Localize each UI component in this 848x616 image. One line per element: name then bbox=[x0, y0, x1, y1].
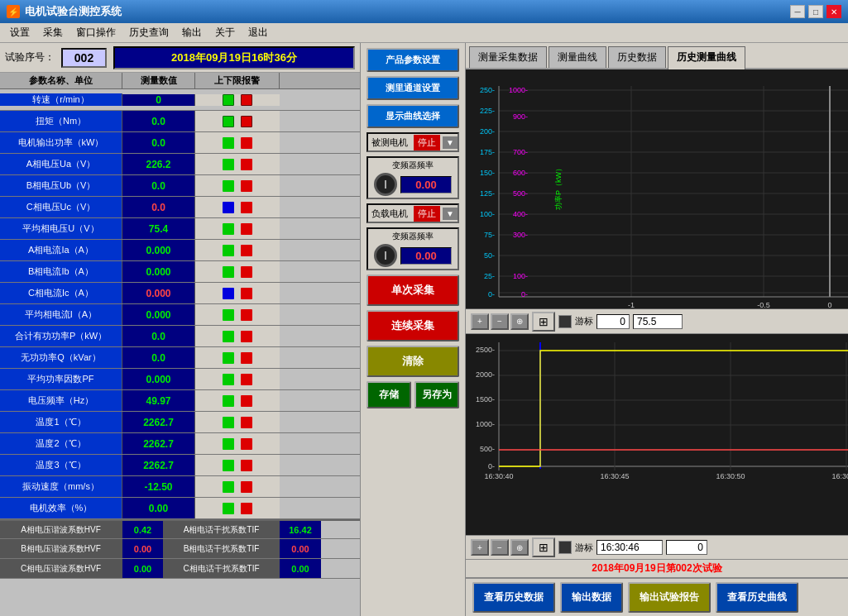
tested-motor-arrow[interactable]: ▼ bbox=[443, 136, 458, 149]
lower-crosshair-button[interactable]: ⊞ bbox=[532, 537, 555, 557]
svg-text:0-: 0- bbox=[488, 290, 495, 298]
menu-about[interactable]: 关于 bbox=[208, 24, 242, 41]
value-ic[interactable]: 0.000 bbox=[122, 283, 195, 303]
value-reactiveq[interactable]: 0.0 bbox=[122, 347, 195, 368]
label-temp1: 温度1（℃） bbox=[0, 412, 122, 432]
product-params-button[interactable]: 产品参数设置 bbox=[367, 48, 459, 72]
svg-text:300-: 300- bbox=[513, 231, 528, 239]
freq-dial-2[interactable] bbox=[374, 244, 397, 267]
cursor-plus-btn[interactable]: + bbox=[471, 313, 489, 330]
tab-bar: 测量采集数据 测量曲线 历史数据 历史测量曲线 bbox=[466, 43, 848, 69]
value-tif-a[interactable]: 16.42 bbox=[280, 521, 321, 538]
tested-motor-control: 被测电机 停止 ▼ bbox=[367, 132, 459, 152]
menu-collect[interactable]: 采集 bbox=[36, 24, 69, 41]
save-button[interactable]: 存储 bbox=[367, 381, 411, 408]
output-data-button[interactable]: 输出数据 bbox=[560, 582, 623, 613]
alarm-temp1 bbox=[195, 412, 280, 432]
tested-motor-label: 被测电机 bbox=[368, 136, 411, 149]
cursor-y-input[interactable] bbox=[633, 314, 683, 329]
output-report-button[interactable]: 输出试验报告 bbox=[628, 582, 711, 613]
datetime-display: 2018年09月19日16时36分 bbox=[113, 46, 355, 69]
minimize-button[interactable]: ─ bbox=[790, 5, 805, 18]
value-power[interactable]: 0.0 bbox=[122, 132, 195, 153]
label-iavg: 平均相电流I（A） bbox=[0, 304, 122, 325]
row-va: A相电压Ua（V） 226.2 bbox=[0, 154, 360, 175]
close-button[interactable]: ✕ bbox=[826, 5, 841, 18]
single-sample-button[interactable]: 单次采集 bbox=[367, 275, 459, 306]
tab-history-curve[interactable]: 历史测量曲线 bbox=[668, 46, 745, 69]
lower-cursor-btn1[interactable]: + bbox=[471, 539, 489, 556]
row-vibration: 振动速度（mm/s） -12.50 bbox=[0, 476, 360, 498]
maximize-button[interactable]: □ bbox=[808, 5, 823, 18]
value-vc[interactable]: 0.0 bbox=[122, 197, 195, 217]
value-speed[interactable]: 0 bbox=[122, 94, 195, 106]
svg-text:50-: 50- bbox=[484, 251, 495, 260]
lower-cursor-btn3[interactable]: ⊕ bbox=[510, 539, 529, 556]
svg-text:0-: 0- bbox=[488, 462, 495, 470]
lower-cursor-btn2[interactable]: − bbox=[491, 539, 509, 556]
lower-cursor-time[interactable] bbox=[596, 540, 663, 555]
clear-button[interactable]: 清除 bbox=[367, 346, 459, 377]
value-va[interactable]: 226.2 bbox=[122, 154, 195, 174]
value-temp1[interactable]: 2262.7 bbox=[122, 412, 195, 432]
view-history-data-button[interactable]: 查看历史数据 bbox=[472, 582, 555, 613]
value-ia[interactable]: 0.000 bbox=[122, 240, 195, 260]
crosshair-button[interactable]: ⊞ bbox=[532, 312, 555, 332]
value-tif-c[interactable]: 0.00 bbox=[280, 559, 321, 578]
cursor-minus-btn[interactable]: − bbox=[491, 313, 509, 330]
menu-exit[interactable]: 退出 bbox=[242, 24, 275, 41]
alarm-temp3 bbox=[195, 455, 280, 475]
svg-text:600-: 600- bbox=[513, 169, 528, 177]
load-motor-status: 停止 bbox=[414, 206, 440, 222]
menu-window[interactable]: 窗口操作 bbox=[69, 24, 122, 41]
value-ib[interactable]: 0.000 bbox=[122, 261, 195, 282]
tab-measure-data[interactable]: 测量采集数据 bbox=[469, 46, 547, 68]
value-activep[interactable]: 0.0 bbox=[122, 326, 195, 346]
tab-history-data[interactable]: 历史数据 bbox=[608, 46, 666, 68]
value-freq[interactable]: 49.97 bbox=[122, 390, 195, 411]
value-hvf-c[interactable]: 0.00 bbox=[122, 559, 164, 578]
value-temp2[interactable]: 2262.7 bbox=[122, 433, 195, 454]
value-vibration[interactable]: -12.50 bbox=[122, 476, 195, 497]
value-torque[interactable]: 0.0 bbox=[122, 111, 195, 131]
col-header-param: 参数名称、单位 bbox=[0, 73, 122, 88]
value-hvf-b[interactable]: 0.00 bbox=[122, 539, 164, 558]
seq-display[interactable]: 002 bbox=[61, 48, 107, 68]
alarm-freq bbox=[195, 390, 280, 411]
value-iavg[interactable]: 0.000 bbox=[122, 304, 195, 325]
lower-cursor-value[interactable] bbox=[666, 540, 707, 555]
tab-measure-curve[interactable]: 测量曲线 bbox=[549, 46, 606, 68]
col-header-value: 测量数值 bbox=[122, 73, 195, 88]
continuous-sample-button[interactable]: 连续采集 bbox=[367, 310, 459, 341]
freq-label-2: 变频器频率 bbox=[392, 231, 434, 242]
channel-set-button[interactable]: 测里通道设置 bbox=[367, 76, 459, 100]
value-efficiency[interactable]: 0.00 bbox=[122, 498, 195, 518]
row-torque: 扭矩（Nm） 0.0 bbox=[0, 111, 360, 132]
value-temp3[interactable]: 2262.7 bbox=[122, 455, 195, 475]
lower-cursor-label: 游标 bbox=[575, 542, 593, 554]
value-vavg[interactable]: 75.4 bbox=[122, 218, 195, 239]
menu-settings[interactable]: 设置 bbox=[3, 24, 36, 41]
load-motor-arrow[interactable]: ▼ bbox=[443, 208, 458, 220]
cursor-x-input[interactable] bbox=[596, 314, 630, 329]
svg-rect-60 bbox=[466, 334, 848, 535]
row-ib: B相电流Ib（A） 0.000 bbox=[0, 261, 360, 283]
save-as-button[interactable]: 另存为 bbox=[414, 381, 459, 408]
label-power: 电机输出功率（kW） bbox=[0, 132, 122, 153]
svg-text:250-: 250- bbox=[480, 86, 495, 94]
value-pf[interactable]: 0.000 bbox=[122, 369, 195, 389]
value-vb[interactable]: 0.0 bbox=[122, 175, 195, 196]
view-history-curve-button[interactable]: 查看历史曲线 bbox=[716, 582, 798, 613]
cursor-label-upper: 游标 bbox=[575, 315, 593, 327]
display-curve-button[interactable]: 显示曲线选择 bbox=[367, 104, 459, 128]
freq-dial-1[interactable] bbox=[374, 173, 397, 196]
menu-output[interactable]: 输出 bbox=[175, 24, 208, 41]
svg-text:900-: 900- bbox=[513, 112, 528, 121]
menu-history[interactable]: 历史查询 bbox=[122, 24, 175, 41]
chart-panel: 测量采集数据 测量曲线 历史数据 历史测量曲线 bbox=[466, 43, 848, 616]
svg-text:1000-: 1000- bbox=[476, 420, 495, 428]
svg-text:175-: 175- bbox=[480, 148, 495, 156]
value-tif-b[interactable]: 0.00 bbox=[280, 539, 321, 558]
value-hvf-a[interactable]: 0.42 bbox=[122, 521, 164, 538]
cursor-nav-btn[interactable]: ⊕ bbox=[510, 313, 529, 330]
